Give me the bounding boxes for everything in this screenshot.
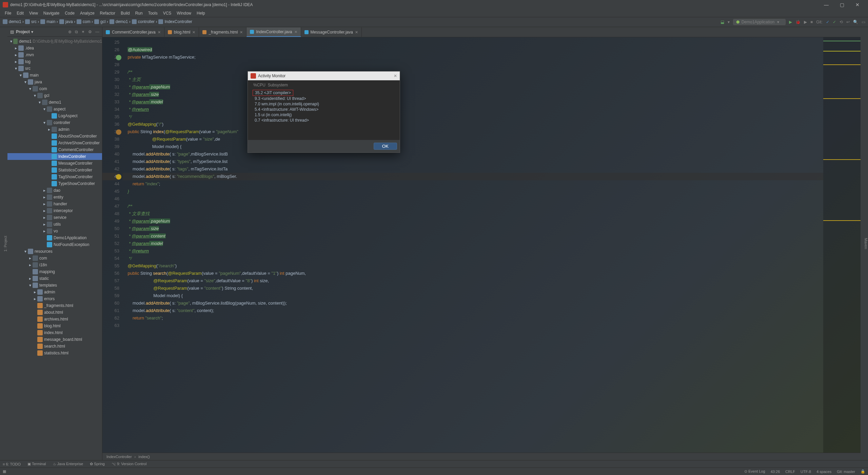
tree-item[interactable]: ▸service <box>7 214 102 221</box>
crumb-method[interactable]: index() <box>138 455 150 459</box>
tab-close-icon[interactable]: ✕ <box>294 30 297 34</box>
tree-item[interactable]: archives.html <box>7 316 102 323</box>
lock-icon[interactable]: 🔒 <box>861 469 865 474</box>
breadcrumb-item[interactable]: controller › <box>132 19 157 24</box>
dialog-title-bar[interactable]: Activity Monitor ✕ <box>248 71 400 80</box>
tree-item[interactable]: ▸dao <box>7 187 102 194</box>
tree-item[interactable]: IndexController <box>7 153 102 160</box>
tree-item[interactable]: ▾demo1 D:\Github仓库\MyBlog-MyBatis\demo1 <box>7 38 102 45</box>
tree-item[interactable]: ▸vo <box>7 228 102 234</box>
tree-item[interactable]: TypeShowController <box>7 180 102 187</box>
tree-item[interactable]: index.html <box>7 329 102 336</box>
editor-tab[interactable]: IndexController.java✕ <box>246 27 301 37</box>
breadcrumb-item[interactable]: demo1 › <box>3 19 24 24</box>
menu-help[interactable]: Help <box>195 10 207 16</box>
editor-tab[interactable]: blog.html✕ <box>164 27 199 37</box>
debug-icon[interactable]: 🐞 <box>795 20 801 24</box>
menu-refactor[interactable]: Refactor <box>98 10 117 16</box>
run-config-combo[interactable]: ⬢ Demo1Application ▾ <box>733 19 786 25</box>
tree-item[interactable]: Demo1Application <box>7 234 102 241</box>
menu-code[interactable]: Code <box>63 10 77 16</box>
tab-close-icon[interactable]: ✕ <box>158 30 161 35</box>
menu-navigate[interactable]: Navigate <box>41 10 61 16</box>
menu-vcs[interactable]: VCS <box>161 10 174 16</box>
git-revert-icon[interactable]: ↩ <box>846 20 850 24</box>
tree-item[interactable]: ▾resources <box>7 248 102 255</box>
window-maximize[interactable]: ▢ <box>834 0 850 9</box>
tree-item[interactable]: AboutShowController <box>7 133 102 140</box>
tree-item[interactable]: blog.html <box>7 323 102 329</box>
editor-tab[interactable]: _fragments.html✕ <box>199 27 246 37</box>
project-tree[interactable]: ▾demo1 D:\Github仓库\MyBlog-MyBatis\demo1▸… <box>7 37 102 460</box>
breadcrumb-item[interactable]: java › <box>59 19 75 24</box>
event-log[interactable]: ⊙ Event Log <box>744 469 765 474</box>
tree-item[interactable]: message_board.html <box>7 336 102 343</box>
tree-item[interactable]: ▾src <box>7 65 102 72</box>
tree-item[interactable]: NotFoundException <box>7 241 102 248</box>
menu-view[interactable]: View <box>27 10 40 16</box>
tree-item[interactable]: LogAspect <box>7 112 102 119</box>
menu-run[interactable]: Run <box>133 10 145 16</box>
tree-item[interactable]: ▸entity <box>7 194 102 201</box>
bottom-tool[interactable]: ✿ Spring <box>90 462 105 466</box>
tree-item[interactable]: ▾aspect <box>7 106 102 112</box>
tree-item[interactable]: _fragments.html <box>7 302 102 309</box>
tree-item[interactable]: ▸interceptor <box>7 207 102 214</box>
tree-item[interactable]: ▾main <box>7 72 102 79</box>
dialog-close-icon[interactable]: ✕ <box>394 74 397 78</box>
git-update-icon[interactable]: ✓ <box>826 20 829 24</box>
menu-analyze[interactable]: Analyze <box>78 10 97 16</box>
code-editor[interactable]: 2526272829303132333435363738394041424344… <box>102 37 861 453</box>
stop-icon[interactable]: ■ <box>810 20 813 24</box>
menu-tools[interactable]: Tools <box>146 10 160 16</box>
menu-edit[interactable]: Edit <box>15 10 26 16</box>
tree-item[interactable]: search.html <box>7 343 102 350</box>
editor-minimap[interactable] <box>823 37 861 453</box>
menu-window[interactable]: Window <box>175 10 193 16</box>
crumb-class[interactable]: IndexController <box>106 455 132 459</box>
menu-build[interactable]: Build <box>119 10 132 16</box>
tree-item[interactable]: ▸handler <box>7 201 102 207</box>
locate-icon[interactable]: ⊕ <box>68 29 72 34</box>
bottom-tool[interactable]: ⌥ 9: Version Control <box>112 462 147 466</box>
breadcrumb-item[interactable]: IndexController <box>158 19 192 24</box>
tree-item[interactable]: ▸.idea <box>7 45 102 51</box>
bottom-tool[interactable]: ≡ 6: TODO <box>3 462 21 466</box>
run-dropdown-arrow-left[interactable]: ▾ <box>728 20 730 24</box>
tree-item[interactable]: ▸utils <box>7 221 102 228</box>
editor-tab[interactable]: MessageController.java✕ <box>301 27 362 37</box>
tree-item[interactable]: ▾templates <box>7 282 102 289</box>
menu-file[interactable]: File <box>3 10 13 16</box>
bottom-tool[interactable]: ▣ Terminal <box>27 462 46 466</box>
tree-item[interactable]: ▸.mvn <box>7 51 102 58</box>
gutter-run-icon[interactable] <box>116 55 121 60</box>
git-branch[interactable]: Git: master <box>837 470 855 474</box>
tree-item[interactable]: ▸i18n <box>7 262 102 268</box>
git-commit-icon[interactable]: ✓ <box>833 20 836 24</box>
git-history-icon[interactable]: ⟲ <box>840 20 843 24</box>
tree-item[interactable]: ▸static <box>7 275 102 282</box>
tree-item[interactable]: about.html <box>7 309 102 316</box>
build-icon[interactable]: ⬓ <box>721 20 724 24</box>
breadcrumb-item[interactable]: src › <box>25 19 39 24</box>
tree-item[interactable]: ▸com <box>7 255 102 262</box>
tab-close-icon[interactable]: ✕ <box>355 30 358 35</box>
tool-windows-icon[interactable]: ▦ <box>3 469 6 474</box>
tab-close-icon[interactable]: ✕ <box>192 30 195 35</box>
window-minimize[interactable]: — <box>818 0 834 9</box>
expand-all-icon[interactable]: ⧉ <box>75 29 78 34</box>
coverage-icon[interactable]: ▶ <box>804 20 807 24</box>
tree-item[interactable]: ▾demo1 <box>7 99 102 106</box>
tool-stripe[interactable]: 1: Project <box>3 236 7 251</box>
collapse-all-icon[interactable]: ✶ <box>81 29 85 34</box>
tree-item[interactable]: ▾java <box>7 79 102 85</box>
ok-button[interactable]: OK <box>374 143 397 150</box>
tree-item[interactable]: ArchiveShowController <box>7 140 102 146</box>
tree-item[interactable]: mapping <box>7 268 102 275</box>
hide-icon[interactable]: — <box>95 29 99 34</box>
tree-item[interactable]: ▸admin <box>7 289 102 295</box>
gutter-bulb-icon[interactable] <box>116 174 121 180</box>
tab-close-icon[interactable]: ✕ <box>240 30 243 35</box>
ide-settings-icon[interactable]: ▭ <box>862 20 865 24</box>
tree-item[interactable]: ▾com <box>7 85 102 92</box>
